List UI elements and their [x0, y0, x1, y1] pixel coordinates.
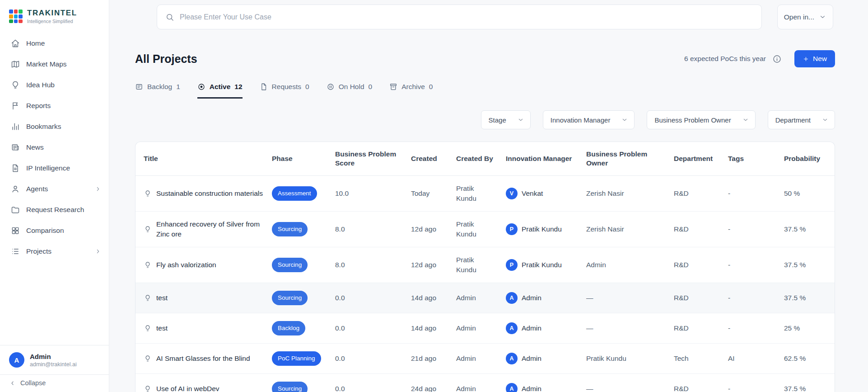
bulb-icon: [144, 385, 152, 392]
phase-badge: Sourcing: [272, 258, 308, 272]
manager-avatar: P: [506, 259, 518, 271]
chevron-down-icon: [819, 13, 826, 21]
table-row[interactable]: test Sourcing 0.0 14d ago Admin A Admin …: [135, 283, 835, 313]
tab[interactable]: Active 12: [197, 83, 243, 99]
table-row[interactable]: Enhanced recovery of Silver from Zinc or…: [135, 212, 835, 247]
project-title-cell[interactable]: Sustainable construction materials: [135, 181, 272, 206]
new-project-button[interactable]: New: [794, 50, 835, 67]
bulb-icon: [144, 189, 152, 198]
filter-dropdown[interactable]: Innovation Manager: [543, 110, 635, 129]
sidebar-item[interactable]: Agents: [0, 179, 109, 199]
filter-bar: Stage Innovation Manager Business Proble…: [135, 110, 835, 129]
request-research-icon: [11, 205, 20, 214]
project-title[interactable]: test: [156, 293, 168, 303]
project-title-cell[interactable]: Enhanced recovery of Silver from Zinc or…: [135, 212, 272, 247]
problem-owner-cell: Pratik Kundu: [586, 346, 674, 371]
sidebar-item[interactable]: IP Intelligence: [0, 158, 109, 179]
sidebar-item[interactable]: Request Research: [0, 199, 109, 220]
tab[interactable]: Archive 0: [389, 83, 433, 99]
sidebar-item[interactable]: Idea Hub: [0, 75, 109, 95]
column-header: Created By: [456, 146, 506, 171]
sidebar-item-label: Comparison: [26, 227, 64, 235]
score-cell: 8.0: [335, 217, 411, 242]
table-row[interactable]: Fly ash valorization Sourcing 8.0 12d ag…: [135, 247, 835, 283]
project-title[interactable]: AI Smart Glasses for the Blind: [156, 354, 250, 364]
phase-badge: PoC Planning: [272, 351, 321, 366]
sidebar-item[interactable]: News: [0, 137, 109, 158]
table-row[interactable]: Use of AI in webDev Sourcing 0.0 24d ago…: [135, 374, 835, 392]
filter-dropdown[interactable]: Stage: [481, 110, 531, 129]
tab[interactable]: On Hold 0: [327, 83, 373, 99]
sidebar-item[interactable]: Projects: [0, 241, 109, 262]
sidebar-item-label: Request Research: [26, 206, 84, 214]
phase-cell: Sourcing: [272, 250, 335, 280]
sidebar-item[interactable]: Home: [0, 33, 109, 54]
project-title[interactable]: Sustainable construction materials: [156, 189, 263, 198]
tab[interactable]: Backlog 1: [135, 83, 180, 99]
table-row[interactable]: Sustainable construction materials Asses…: [135, 176, 835, 212]
phase-badge: Sourcing: [272, 291, 308, 305]
project-title-cell[interactable]: test: [135, 285, 272, 311]
score-cell: 0.0: [335, 316, 411, 341]
filter-label: Department: [775, 116, 811, 124]
score-cell: 0.0: [335, 285, 411, 311]
table-row[interactable]: test Backlog 0.0 14d ago Admin A Admin —: [135, 313, 835, 344]
tab-label: Archive: [401, 83, 425, 91]
project-title-cell[interactable]: test: [135, 316, 272, 341]
bulb-icon: [144, 225, 152, 233]
tab-count: 1: [176, 83, 180, 91]
new-button-label: New: [813, 55, 827, 63]
open-in-dropdown[interactable]: Open in...: [777, 5, 833, 29]
bulb-icon: [144, 324, 152, 332]
manager-name: Admin: [522, 384, 541, 392]
chevron-down-icon: [821, 116, 829, 123]
page-content: All Projects 6 expected PoCs this year N…: [109, 29, 868, 392]
project-title-cell[interactable]: AI Smart Glasses for the Blind: [135, 346, 272, 371]
search-input[interactable]: [180, 13, 753, 21]
project-tabs: Backlog 1 Active 12 Requests 0: [135, 83, 835, 99]
tags-cell: -: [728, 316, 784, 341]
sidebar-item[interactable]: Market Maps: [0, 54, 109, 75]
poc-note: 6 expected PoCs this year: [684, 55, 766, 63]
project-title[interactable]: Enhanced recovery of Silver from Zinc or…: [156, 219, 266, 239]
project-title[interactable]: Use of AI in webDev: [156, 384, 219, 392]
column-header: Title: [135, 146, 272, 171]
probability-cell: 37.5 %: [784, 217, 835, 242]
user-profile[interactable]: A Admin admin@trakintel.ai: [0, 345, 109, 374]
phase-cell: Backlog: [272, 313, 335, 343]
filter-dropdown[interactable]: Business Problem Owner: [647, 110, 755, 129]
brand-logo-icon: [9, 9, 23, 23]
table-header-row: Title Phase Business Problem Score Creat…: [135, 142, 835, 176]
user-info: Admin admin@trakintel.ai: [30, 353, 77, 368]
page-header-actions: 6 expected PoCs this year New: [684, 50, 835, 67]
tab-label: On Hold: [339, 83, 364, 91]
tab[interactable]: Requests 0: [260, 83, 309, 99]
problem-owner-cell: —: [586, 285, 674, 311]
chevron-down-icon: [742, 116, 749, 123]
project-title-cell[interactable]: Fly ash valorization: [135, 252, 272, 278]
sidebar-item[interactable]: Bookmarks: [0, 116, 109, 137]
project-title[interactable]: Fly ash valorization: [156, 260, 216, 270]
score-cell: 0.0: [335, 346, 411, 371]
info-icon[interactable]: [772, 54, 782, 64]
chevron-left-icon: [9, 380, 16, 387]
phase-badge: Sourcing: [272, 222, 308, 236]
brand-text: TRAKINTEL Intelligence Simplified: [27, 9, 77, 24]
sidebar-item-label: IP Intelligence: [26, 164, 70, 172]
project-title[interactable]: test: [156, 323, 168, 333]
sidebar-item[interactable]: Comparison: [0, 220, 109, 241]
use-case-search[interactable]: [157, 5, 762, 29]
phase-badge: Sourcing: [272, 382, 308, 392]
filter-label: Business Problem Owner: [654, 116, 731, 124]
project-title-cell[interactable]: Use of AI in webDev: [135, 376, 272, 392]
sidebar-item[interactable]: Reports: [0, 95, 109, 116]
column-header: Probability: [784, 146, 835, 171]
filter-dropdown[interactable]: Department: [768, 110, 835, 129]
manager-avatar: V: [506, 188, 518, 199]
probability-cell: 37.5 %: [784, 285, 835, 311]
column-header: Business Problem Owner: [586, 142, 674, 175]
probability-cell: 37.5 %: [784, 252, 835, 278]
tab-count: 0: [305, 83, 309, 91]
collapse-button[interactable]: Collapse: [0, 374, 109, 392]
table-row[interactable]: AI Smart Glasses for the Blind PoC Plann…: [135, 344, 835, 374]
